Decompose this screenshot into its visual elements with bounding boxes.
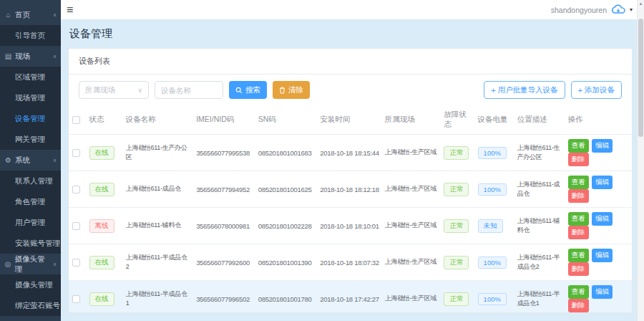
sidebar-item[interactable]: 绑定萤石账号 — [0, 295, 61, 316]
view-button[interactable]: 查看 — [568, 212, 589, 226]
camera-icon: ◎ — [4, 260, 11, 268]
delete-button[interactable]: 删除 — [568, 262, 589, 276]
fault-status-badge: 正常 — [444, 292, 469, 306]
panel-title: 设备列表 — [69, 49, 632, 75]
location-cell: 上海稳恒611-辅料仓 — [514, 208, 565, 244]
chevron-up-icon: ∧ — [53, 54, 57, 59]
imei-cell: 356566077994952 — [192, 171, 255, 208]
location-cell: 上海稳恒611-成品仓 — [514, 171, 565, 208]
col-battery: 设备电量 — [474, 105, 514, 135]
status-badge: 离线 — [89, 219, 114, 233]
device-name-cell: 上海稳恒611-半成品仓2 — [122, 244, 192, 281]
site-cell: 上海稳恒-生产区域 — [381, 281, 441, 314]
row-checkbox[interactable] — [72, 186, 80, 193]
sidebar-section-label: 系统 — [15, 155, 30, 166]
table-row: 在线 上海稳恒611-半成品仓1 356566077996502 0852018… — [69, 281, 632, 314]
delete-button[interactable]: 删除 — [568, 299, 589, 312]
fault-status-badge: 正常 — [444, 183, 469, 196]
add-device-button[interactable]: + 添加设备 — [571, 81, 622, 99]
sidebar-section-header[interactable]: ⚙ 系统 ∧ — [0, 150, 61, 171]
fault-status-badge: 正常 — [444, 219, 469, 233]
search-button[interactable]: 搜索 — [229, 81, 267, 99]
sidebar-section: ⚙ 系统 ∧ 联系人管理 角色管理 用户管理 安装账号管理 — [0, 150, 61, 254]
view-button[interactable]: 查看 — [568, 249, 589, 262]
sidebar-section: ▤ 现场 ∧ 区域管理 现场管理 设备管理 网关管理 — [0, 46, 61, 150]
clear-button[interactable]: 清除 — [273, 81, 310, 99]
sidebar-item[interactable]: 区域管理 — [0, 67, 61, 87]
plus-icon: + — [491, 86, 495, 95]
row-checkbox[interactable] — [72, 149, 80, 157]
sidebar-section-label: 现场 — [15, 52, 30, 62]
edit-button[interactable]: 编辑 — [592, 249, 613, 262]
sidebar-section-header[interactable]: ◎ 摄像头管理 ∧ — [0, 254, 61, 274]
imei-cell: 356566077992600 — [192, 244, 255, 281]
table-row: 离线 上海稳恒611-辅料仓 356566078000981 085201801… — [69, 208, 632, 244]
battery-badge: 100% — [478, 147, 507, 159]
page-scrollbar[interactable]: ▲ — [637, 0, 644, 321]
col-device-name: 设备名称 — [122, 105, 192, 135]
table-row: 在线 上海稳恒611-半成品仓2 356566077992600 0852018… — [69, 244, 632, 281]
hamburger-icon[interactable]: ≡ — [67, 4, 73, 16]
status-badge: 在线 — [89, 183, 114, 196]
view-button[interactable]: 查看 — [568, 176, 589, 189]
sidebar-section-header[interactable]: ▤ 现场 ∧ — [0, 46, 61, 67]
batch-import-button[interactable]: + 用户批量导入设备 — [484, 81, 565, 99]
username-label: shandongyouren — [551, 6, 607, 14]
delete-button[interactable]: 删除 — [568, 226, 589, 239]
sn-cell: 085201801001390 — [255, 244, 317, 281]
imei-cell: 356566077996502 — [192, 281, 255, 314]
row-checkbox[interactable] — [72, 259, 80, 267]
delete-button[interactable]: 删除 — [568, 189, 589, 203]
status-badge: 在线 — [89, 292, 114, 306]
sidebar-item[interactable]: 网关管理 — [0, 129, 61, 150]
sidebar-item[interactable]: 角色管理 — [0, 191, 61, 212]
battery-badge: 100% — [478, 183, 507, 196]
sidebar-item[interactable]: 摄像头管理 — [0, 274, 61, 295]
sidebar-section-label: 首页 — [15, 10, 30, 20]
status-badge: 在线 — [89, 256, 114, 269]
row-checkbox[interactable] — [72, 295, 80, 303]
device-name-cell: 上海稳恒611-成品仓 — [122, 171, 192, 208]
sn-cell: 085201801001625 — [255, 171, 317, 208]
install-time-cell: 2018-10-18 18:07:32 — [316, 244, 381, 281]
edit-button[interactable]: 编辑 — [592, 212, 613, 226]
user-menu[interactable]: shandongyouren ▾ — [551, 4, 633, 15]
edit-button[interactable]: 编辑 — [592, 176, 613, 189]
location-cell: 上海稳恒611-半成品仓1 — [514, 281, 565, 314]
install-time-cell: 2018-10-18 18:10:01 — [316, 208, 381, 244]
cloud-logo-icon — [610, 4, 626, 15]
page-title: 设备管理 — [69, 27, 633, 41]
scrollbar-thumb[interactable] — [638, 19, 643, 137]
device-list-card: 设备列表 所属现场 ∨ 搜索 — [68, 48, 633, 313]
sn-cell: 085201801002228 — [255, 208, 317, 244]
edit-button[interactable]: 编辑 — [592, 285, 613, 299]
col-status: 状态 — [86, 105, 122, 135]
select-all-checkbox[interactable] — [72, 116, 80, 124]
row-checkbox[interactable] — [72, 222, 80, 230]
trash-icon — [279, 87, 286, 94]
sidebar-item[interactable]: 现场管理 — [0, 87, 61, 108]
scroll-up-icon[interactable]: ▲ — [638, 0, 644, 8]
view-button[interactable]: 查看 — [568, 285, 589, 299]
sidebar-section-header[interactable]: ⌂ 首页 ∧ — [0, 4, 61, 25]
clear-button-label: 清除 — [288, 85, 303, 95]
delete-button[interactable]: 删除 — [568, 153, 589, 166]
sidebar-section-items: 引导首页 — [0, 25, 61, 46]
device-name-input[interactable] — [155, 81, 223, 99]
app-window: ⌂ 首页 ∧ 引导首页 ▤ 现场 ∧ 区域管理 现场管理 设备管理 网关管理 ⚙… — [0, 0, 644, 321]
edit-button[interactable]: 编辑 — [592, 139, 613, 153]
battery-badge: 未知 — [478, 219, 503, 233]
sidebar-item[interactable]: 用户管理 — [0, 212, 61, 233]
view-button[interactable]: 查看 — [568, 139, 589, 153]
caret-down-icon: ▾ — [630, 6, 633, 13]
device-name-cell: 上海稳恒611-半成品仓1 — [122, 281, 192, 314]
sidebar-item[interactable]: 联系人管理 — [0, 171, 61, 191]
sidebar-item[interactable]: 设备管理 — [0, 108, 61, 129]
site-select[interactable]: 所属现场 ∨ — [79, 81, 149, 99]
batch-import-label: 用户批量导入设备 — [498, 85, 558, 95]
sidebar-item[interactable]: 引导首页 — [0, 25, 61, 46]
sidebar-item[interactable]: 安装账号管理 — [0, 233, 61, 254]
location-cell: 上海稳恒611-半成品仓2 — [514, 244, 565, 281]
chevron-up-icon: ∧ — [53, 12, 57, 18]
sn-cell: 085201801001780 — [255, 281, 317, 314]
